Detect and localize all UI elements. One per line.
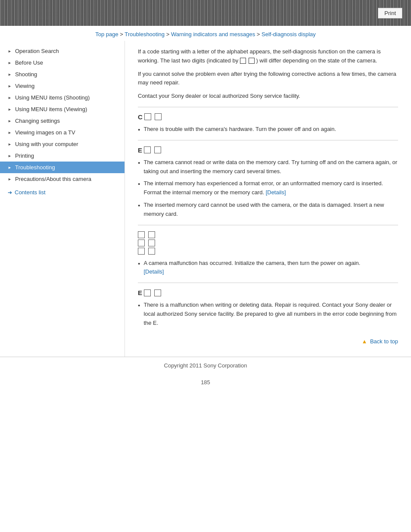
- sidebar-item-label: Using MENU items (Shooting): [15, 94, 90, 101]
- sidebar-item-computer[interactable]: ► Using with your computer: [0, 138, 125, 150]
- error-box-2: [154, 289, 161, 296]
- details-link-2[interactable]: [Details]: [143, 268, 164, 275]
- sidebar-item-label: Using with your computer: [15, 141, 78, 147]
- list-item: There is a malfunction when writing or d…: [138, 301, 398, 327]
- back-to-top-link[interactable]: ▲ Back to top: [361, 338, 398, 345]
- arrow-right-icon: ➔: [8, 190, 12, 196]
- error-box-2: [154, 146, 161, 153]
- arrow-icon: ►: [8, 72, 12, 77]
- list-item: The inserted memory card cannot be used …: [138, 201, 398, 219]
- sidebar-item-viewing[interactable]: ► Viewing: [0, 80, 125, 92]
- content-area: If a code starting with a letter of the …: [125, 41, 411, 357]
- sidebar-item-label: Using MENU items (Viewing): [15, 106, 87, 112]
- bullet-list-c: There is trouble with the camera's hardw…: [138, 125, 398, 134]
- sidebar-item-label: Viewing images on a TV: [15, 129, 75, 136]
- sidebar-item-shooting[interactable]: ► Shooting: [0, 68, 125, 80]
- contents-list-label: Contents list: [15, 189, 46, 196]
- sidebar-item-precautions[interactable]: ► Precautions/About this camera: [0, 173, 125, 185]
- details-link-1[interactable]: [Details]: [266, 189, 286, 196]
- breadcrumb-top[interactable]: Top page: [95, 31, 118, 37]
- arrow-icon: ►: [8, 131, 12, 135]
- contents-list-link[interactable]: ➔ Contents list: [0, 185, 125, 198]
- sidebar-item-menu-shooting[interactable]: ► Using MENU items (Shooting): [0, 92, 125, 103]
- multi-code-list: [138, 231, 398, 255]
- error-box-2: [155, 113, 162, 120]
- sidebar-item-label: Shooting: [15, 71, 37, 78]
- sidebar-item-label: Precautions/About this camera: [15, 176, 91, 182]
- arrow-icon: ►: [8, 96, 12, 100]
- error-box-1: [138, 231, 145, 238]
- error-boxes-e: [144, 146, 161, 153]
- intro-text-2: If you cannot solve the problem even aft…: [138, 70, 398, 88]
- error-boxes-c: [144, 113, 162, 120]
- error-box-2: [148, 240, 155, 246]
- arrow-icon: ►: [8, 84, 12, 88]
- sidebar-item-printing[interactable]: ► Printing: [0, 150, 125, 162]
- error-box-1: [138, 248, 145, 255]
- list-item: The camera cannot read or write data on …: [138, 158, 398, 176]
- arrow-icon: ►: [8, 61, 12, 65]
- sidebar-item-label: Troubleshooting: [15, 164, 55, 171]
- sidebar-item-label: Viewing: [15, 83, 34, 89]
- indicator-boxes: [240, 58, 255, 64]
- bullet-list-e2: There is a malfunction when writing or d…: [138, 301, 398, 327]
- error-section-e2: E There is a malfunction when writing or…: [138, 283, 398, 327]
- arrow-icon: ►: [8, 107, 12, 112]
- arrow-icon: ►: [8, 154, 12, 158]
- page-number: 185: [0, 374, 411, 391]
- arrow-icon: ►: [8, 165, 12, 170]
- error-box-1: [144, 113, 151, 120]
- intro-text-1: If a code starting with a letter of the …: [138, 47, 398, 65]
- error-code-c: C: [138, 113, 398, 121]
- sidebar-item-viewing-tv[interactable]: ► Viewing images on a TV: [0, 127, 125, 138]
- multi-code-row-1: [138, 231, 398, 238]
- arrow-icon: ►: [8, 119, 12, 123]
- bullet-list-multi: A camera malfunction has occurred. Initi…: [138, 259, 398, 277]
- breadcrumb-warning[interactable]: Warning indicators and messages: [171, 31, 255, 37]
- box-indicator-1: [240, 58, 246, 64]
- breadcrumb-self-diagnosis[interactable]: Self-diagnosis display: [262, 31, 316, 37]
- error-box-1: [138, 240, 145, 246]
- breadcrumb: Top page > Troubleshooting > Warning ind…: [0, 26, 411, 41]
- sidebar-item-label: Operation Search: [15, 48, 59, 54]
- arrow-icon: ►: [8, 49, 12, 53]
- sidebar: ► Operation Search ► Before Use ► Shooti…: [0, 41, 125, 357]
- error-section-c: C There is trouble with the camera's har…: [138, 107, 398, 134]
- arrow-icon: ►: [8, 142, 12, 146]
- error-section-multi: A camera malfunction has occurred. Initi…: [138, 225, 398, 277]
- error-box-1: [144, 146, 151, 153]
- box-indicator-2: [249, 58, 255, 64]
- copyright-text: Copyright 2011 Sony Corporation: [164, 362, 247, 369]
- sidebar-item-before-use[interactable]: ► Before Use: [0, 57, 125, 68]
- multi-code-row-3: [138, 248, 398, 255]
- sidebar-item-label: Before Use: [15, 59, 43, 66]
- sidebar-item-label: Changing settings: [15, 118, 60, 124]
- arrow-icon: ►: [8, 177, 12, 181]
- print-button[interactable]: Print: [378, 8, 402, 19]
- footer: Copyright 2011 Sony Corporation: [0, 357, 411, 374]
- error-box-2: [148, 231, 155, 238]
- error-box-1: [144, 289, 151, 296]
- intro-text-3: Contact your Sony dealer or local author…: [138, 92, 398, 101]
- main-layout: ► Operation Search ► Before Use ► Shooti…: [0, 41, 411, 357]
- triangle-up-icon: ▲: [361, 338, 367, 345]
- list-item: There is trouble with the camera's hardw…: [138, 125, 398, 134]
- sidebar-item-changing-settings[interactable]: ► Changing settings: [0, 115, 125, 127]
- header-bar: Print: [0, 0, 411, 26]
- sidebar-item-troubleshooting[interactable]: ► Troubleshooting: [0, 162, 125, 173]
- back-to-top: ▲ Back to top: [138, 331, 398, 348]
- bullet-list-e: The camera cannot read or write data on …: [138, 158, 398, 219]
- list-item: The internal memory has experienced a fo…: [138, 179, 398, 197]
- error-code-e: E: [138, 146, 398, 154]
- error-box-2: [148, 248, 155, 255]
- multi-code-row-2: [138, 240, 398, 246]
- breadcrumb-troubleshooting[interactable]: Troubleshooting: [125, 31, 165, 37]
- error-code-e2: E: [138, 289, 398, 296]
- sidebar-item-operation-search[interactable]: ► Operation Search: [0, 45, 125, 57]
- sidebar-item-menu-viewing[interactable]: ► Using MENU items (Viewing): [0, 103, 125, 115]
- error-boxes-e2: [144, 289, 161, 296]
- list-item: A camera malfunction has occurred. Initi…: [138, 259, 398, 277]
- error-section-e: E The camera cannot read or write data o…: [138, 140, 398, 219]
- sidebar-item-label: Printing: [15, 152, 34, 159]
